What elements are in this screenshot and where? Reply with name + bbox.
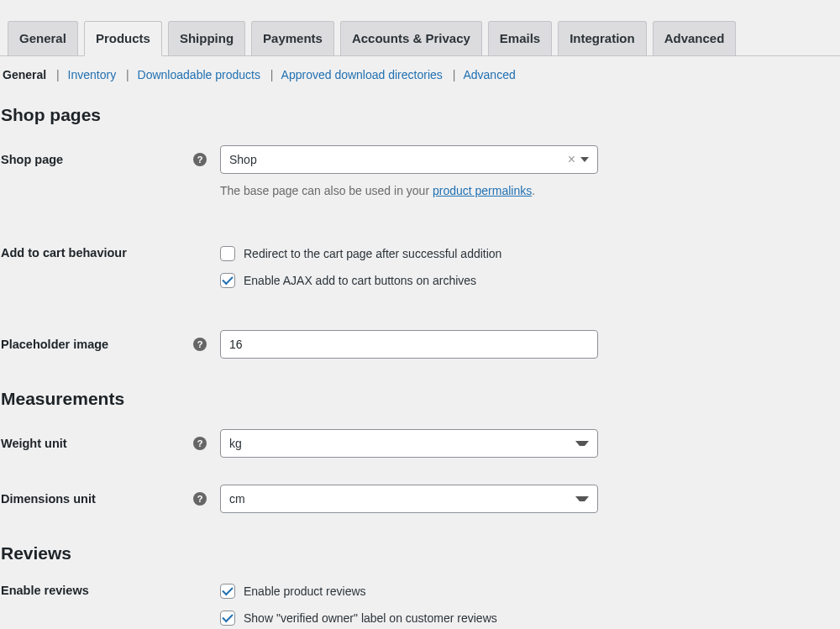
label-redirect-cart: Redirect to the cart page after successf… [244, 247, 501, 260]
subnav-general[interactable]: General [3, 68, 46, 81]
products-subnav: General | Inventory | Downloadable produ… [0, 56, 840, 81]
placeholder-image-input[interactable]: 16 [220, 330, 598, 359]
subnav-inventory[interactable]: Inventory [68, 68, 117, 81]
settings-tabs: General Products Shipping Payments Accou… [0, 0, 840, 56]
section-shop-pages: Shop pages [0, 105, 840, 125]
label-dimensions-unit: Dimensions unit [0, 492, 96, 506]
subnav-separator: | [126, 68, 129, 81]
subnav-downloadable[interactable]: Downloadable products [138, 68, 260, 81]
dimensions-unit-value: cm [229, 492, 575, 506]
section-reviews: Reviews [0, 543, 840, 563]
tab-shipping[interactable]: Shipping [168, 21, 245, 55]
product-permalinks-link[interactable]: product permalinks [433, 184, 532, 197]
clear-icon[interactable]: × [568, 152, 575, 167]
placeholder-image-value: 16 [229, 338, 243, 351]
weight-unit-select[interactable]: kg [220, 429, 598, 458]
subnav-separator: | [270, 68, 274, 81]
subnav-separator: | [56, 68, 60, 81]
tab-advanced[interactable]: Advanced [653, 21, 737, 55]
subnav-separator: | [453, 68, 456, 81]
subnav-advanced[interactable]: Advanced [463, 68, 515, 81]
help-icon[interactable]: ? [193, 338, 207, 351]
label-verified-owner: Show "verified owner" label on customer … [244, 611, 497, 625]
help-icon[interactable]: ? [193, 437, 207, 450]
subnav-approved-dirs[interactable]: Approved download directories [281, 68, 443, 81]
label-weight-unit: Weight unit [0, 437, 67, 450]
shop-page-help: The base page can also be used in your p… [220, 182, 598, 200]
shop-page-select[interactable]: Shop × [220, 145, 598, 174]
label-add-to-cart: Add to cart behaviour [0, 246, 127, 259]
checkbox-verified-owner[interactable] [220, 611, 235, 626]
checkbox-enable-reviews[interactable] [220, 584, 235, 599]
chevron-down-icon [575, 441, 589, 446]
label-enable-product-reviews: Enable product reviews [244, 584, 366, 598]
checkbox-redirect-cart[interactable] [220, 246, 235, 261]
weight-unit-value: kg [229, 437, 575, 450]
tab-products[interactable]: Products [84, 21, 162, 56]
tab-emails[interactable]: Emails [488, 21, 552, 55]
checkbox-ajax-cart[interactable] [220, 273, 235, 288]
shop-page-value: Shop [229, 153, 568, 166]
help-icon[interactable]: ? [193, 153, 207, 166]
chevron-down-icon [580, 157, 589, 162]
label-enable-reviews: Enable reviews [0, 584, 89, 597]
section-measurements: Measurements [0, 389, 840, 409]
chevron-down-icon [575, 496, 589, 501]
label-shop-page: Shop page [0, 153, 63, 166]
tab-payments[interactable]: Payments [251, 21, 334, 55]
tab-general[interactable]: General [8, 21, 78, 55]
help-text-prefix: The base page can also be used in your [220, 184, 433, 197]
tab-integration[interactable]: Integration [558, 21, 647, 55]
help-text-suffix: . [532, 184, 535, 197]
dimensions-unit-select[interactable]: cm [220, 485, 598, 513]
label-ajax-cart: Enable AJAX add to cart buttons on archi… [244, 274, 476, 287]
label-placeholder-image: Placeholder image [0, 338, 108, 351]
help-icon[interactable]: ? [193, 492, 207, 506]
tab-accounts-privacy[interactable]: Accounts & Privacy [340, 21, 482, 55]
